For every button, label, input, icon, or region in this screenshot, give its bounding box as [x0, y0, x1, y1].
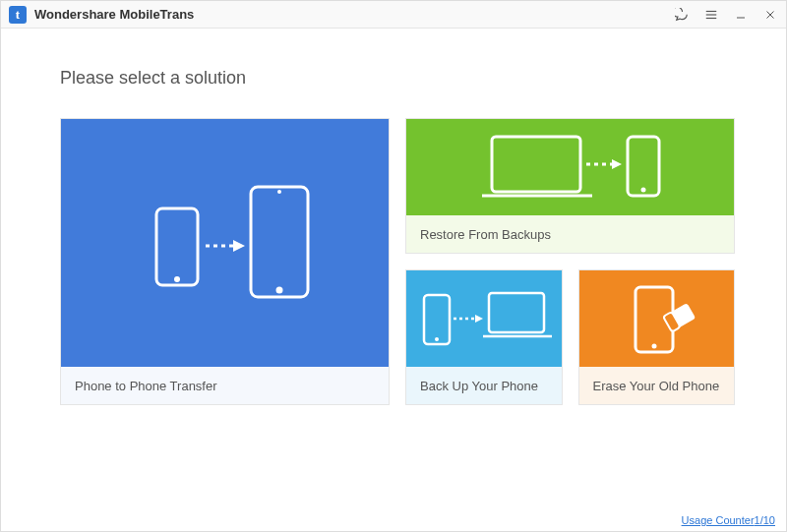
card-label: Restore From Backups [406, 215, 734, 253]
svg-point-26 [652, 343, 657, 348]
restore-icon [406, 119, 734, 215]
card-back-up-your-phone[interactable]: Back Up Your Phone [405, 269, 563, 405]
svg-marker-22 [475, 315, 483, 323]
content-area: Please select a solution Phone to Pho [1, 29, 786, 415]
window-controls [674, 7, 778, 23]
svg-point-18 [640, 188, 645, 193]
close-icon[interactable] [762, 7, 778, 23]
card-phone-to-phone-transfer[interactable]: Phone to Phone Transfer [60, 118, 390, 405]
svg-marker-16 [612, 159, 622, 169]
footer: Usage Counter1/10 [682, 514, 775, 526]
usage-counter-link[interactable]: Usage Counter1/10 [682, 514, 775, 526]
page-heading: Please select a solution [60, 68, 727, 89]
usage-count: 1/10 [755, 514, 775, 526]
backup-icon [406, 270, 562, 367]
card-label: Erase Your Old Phone [579, 367, 735, 404]
svg-point-12 [277, 190, 281, 194]
feedback-icon[interactable] [674, 7, 690, 23]
svg-rect-13 [492, 137, 580, 192]
svg-rect-17 [628, 137, 659, 196]
card-label: Phone to Phone Transfer [61, 367, 389, 404]
svg-rect-10 [251, 187, 308, 297]
svg-point-20 [435, 337, 439, 341]
svg-rect-6 [156, 208, 198, 285]
card-label: Back Up Your Phone [406, 367, 562, 404]
svg-point-7 [174, 276, 180, 282]
app-title-product: MobileTrans [119, 7, 194, 22]
svg-rect-23 [489, 293, 544, 332]
card-restore-from-backups[interactable]: Restore From Backups [405, 118, 735, 254]
app-logo-icon: t [9, 6, 27, 24]
erase-icon [579, 270, 735, 367]
phone-to-phone-icon [61, 119, 389, 367]
app-title: Wondershare MobileTrans [34, 7, 194, 22]
app-title-prefix: Wondershare [34, 7, 119, 22]
menu-icon[interactable] [703, 7, 719, 23]
svg-point-11 [275, 287, 282, 294]
svg-marker-9 [233, 240, 245, 252]
svg-rect-19 [424, 295, 450, 344]
solution-grid: Phone to Phone Transfer Restore From Bac… [60, 118, 727, 405]
card-erase-your-old-phone[interactable]: Erase Your Old Phone [578, 269, 736, 405]
titlebar: t Wondershare MobileTrans [1, 1, 786, 29]
minimize-icon[interactable] [733, 7, 749, 23]
usage-label: Usage Counter [682, 514, 755, 526]
